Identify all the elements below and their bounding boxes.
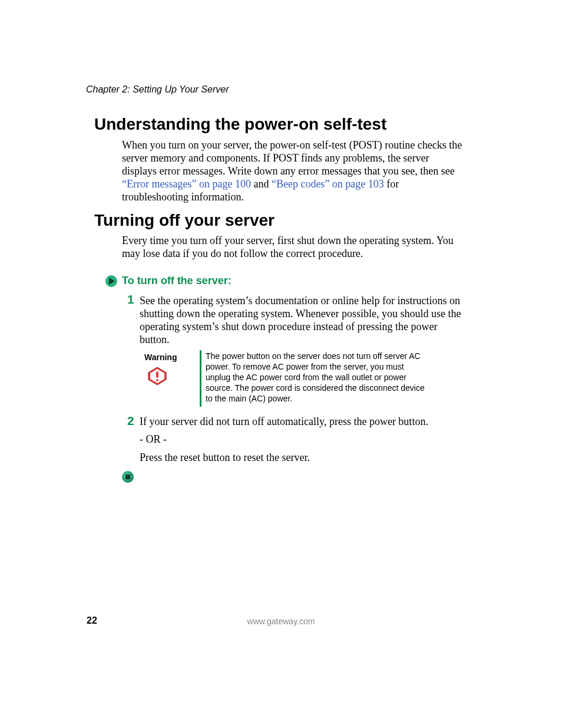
text: When you turn on your server, the power-… xyxy=(122,139,462,177)
step-number-1: 1 xyxy=(127,292,134,307)
procedure-heading: To turn off the server: xyxy=(122,275,232,287)
warning-divider xyxy=(200,350,201,407)
svg-rect-7 xyxy=(125,475,130,479)
footer-url: www.gateway.com xyxy=(0,617,562,626)
text: and xyxy=(253,178,272,190)
svg-rect-4 xyxy=(156,371,158,378)
end-of-procedure-icon xyxy=(121,470,134,486)
page: Chapter 2: Setting Up Your Server Unders… xyxy=(0,0,562,728)
warning-icon xyxy=(148,367,167,388)
warning-label: Warning xyxy=(144,353,194,362)
paragraph-turning-off: Every time you turn off your server, fir… xyxy=(122,235,462,261)
link-error-messages[interactable]: “Error messages” on page 100 xyxy=(122,178,251,190)
step-2b-text: Press the reset button to reset the serv… xyxy=(140,452,462,465)
chapter-header: Chapter 2: Setting Up Your Server xyxy=(86,84,229,95)
step-or-text: - OR - xyxy=(140,433,462,446)
step-2-text: If your server did not turn off automati… xyxy=(140,416,462,429)
play-icon xyxy=(105,275,118,288)
step-1-text: See the operating system’s documentation… xyxy=(140,295,462,347)
link-beep-codes[interactable]: “Beep codes” on page 103 xyxy=(272,178,384,190)
svg-point-5 xyxy=(156,379,158,381)
warning-text: The power button on the server does not … xyxy=(206,351,429,404)
paragraph-post: When you turn on your server, the power-… xyxy=(122,139,462,204)
heading-post: Understanding the power-on self-test xyxy=(94,115,386,134)
step-number-2: 2 xyxy=(127,414,134,428)
heading-turning-off: Turning off your server xyxy=(94,211,275,230)
